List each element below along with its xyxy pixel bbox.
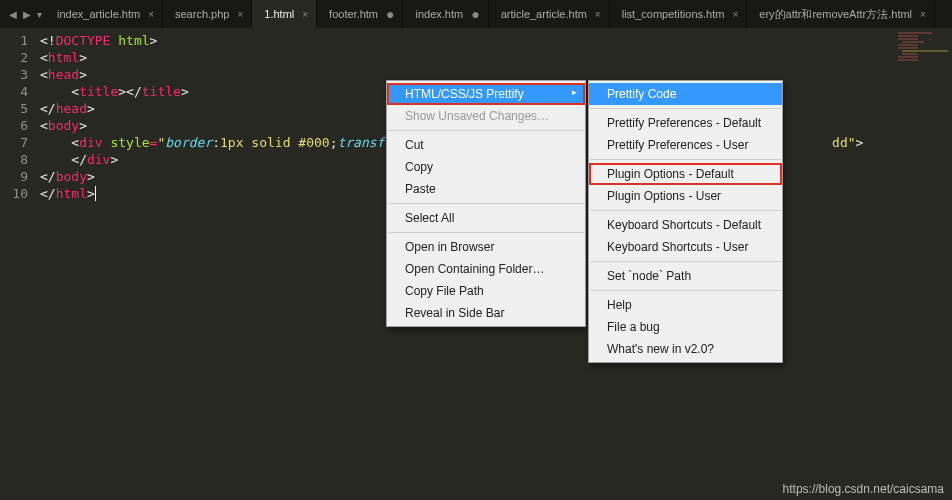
- menu-item-open-in-browser[interactable]: Open in Browser: [387, 236, 585, 258]
- menu-separator: [388, 130, 584, 131]
- menu-item-plugin-options-default[interactable]: Plugin Options - Default: [589, 163, 782, 185]
- tab-list-competitions-htm[interactable]: list_competitions.htm×: [610, 0, 748, 28]
- menu-separator: [590, 290, 781, 291]
- menu-item-plugin-options-user[interactable]: Plugin Options - User: [589, 185, 782, 207]
- menu-separator: [590, 261, 781, 262]
- nav-back-icon[interactable]: ◀: [6, 7, 20, 22]
- menu-item-keyboard-shortcuts-user[interactable]: Keyboard Shortcuts - User: [589, 236, 782, 258]
- tab-label: article_article.htm: [501, 8, 587, 20]
- menu-separator: [590, 159, 781, 160]
- tab-label: index.htm: [415, 8, 463, 20]
- menu-item-set-node-path[interactable]: Set `node` Path: [589, 265, 782, 287]
- menu-item-copy[interactable]: Copy: [387, 156, 585, 178]
- menu-separator: [388, 232, 584, 233]
- close-icon[interactable]: ×: [732, 9, 738, 20]
- menu-item-file-a-bug[interactable]: File a bug: [589, 316, 782, 338]
- tab-article-article-htm[interactable]: article_article.htm×: [489, 0, 610, 28]
- menu-item-what-s-new-in-v2-0[interactable]: What's new in v2.0?: [589, 338, 782, 360]
- menu-item-paste[interactable]: Paste: [387, 178, 585, 200]
- menu-item-show-unsaved-changes: Show Unsaved Changes…: [387, 105, 585, 127]
- menu-separator: [590, 210, 781, 211]
- tab-search-php[interactable]: search.php×: [163, 0, 252, 28]
- close-icon[interactable]: ×: [920, 9, 926, 20]
- nav-forward-icon[interactable]: ▶: [20, 7, 34, 22]
- tab-label: footer.htm: [329, 8, 378, 20]
- tab-index-article-htm[interactable]: index_article.htm×: [45, 0, 163, 28]
- menu-item-help[interactable]: Help: [589, 294, 782, 316]
- menu-item-reveal-in-side-bar[interactable]: Reveal in Side Bar: [387, 302, 585, 324]
- tab-label: index_article.htm: [57, 8, 140, 20]
- menu-item-open-containing-folder[interactable]: Open Containing Folder…: [387, 258, 585, 280]
- close-icon[interactable]: ×: [237, 9, 243, 20]
- tab-index-htm[interactable]: index.htm●: [403, 0, 488, 28]
- tab-ery-attr-removeattr---html[interactable]: ery的attr和removeAttr方法.html×: [747, 0, 935, 28]
- close-icon[interactable]: ×: [595, 9, 601, 20]
- nav-dropdown-icon[interactable]: ▾: [34, 7, 45, 22]
- tab-label: list_competitions.htm: [622, 8, 725, 20]
- tab-label: search.php: [175, 8, 229, 20]
- watermark: https://blog.csdn.net/caicsama: [783, 482, 944, 496]
- line-gutter: 12345678910: [0, 28, 38, 500]
- tab-label: ery的attr和removeAttr方法.html: [759, 7, 912, 22]
- menu-item-select-all[interactable]: Select All: [387, 207, 585, 229]
- tab-footer-htm[interactable]: footer.htm●: [317, 0, 403, 28]
- menu-item-prettify-code[interactable]: Prettify Code: [589, 83, 782, 105]
- menu-separator: [388, 203, 584, 204]
- menu-separator: [590, 108, 781, 109]
- tab-bar: ◀ ▶ ▾ index_article.htm×search.php×1.htm…: [0, 0, 952, 28]
- close-icon[interactable]: ×: [148, 9, 154, 20]
- menu-item-prettify-preferences-user[interactable]: Prettify Preferences - User: [589, 134, 782, 156]
- menu-item-keyboard-shortcuts-default[interactable]: Keyboard Shortcuts - Default: [589, 214, 782, 236]
- close-icon[interactable]: ×: [302, 9, 308, 20]
- context-submenu: Prettify CodePrettify Preferences - Defa…: [588, 80, 783, 363]
- tab-1-html[interactable]: 1.html×: [252, 0, 317, 28]
- minimap[interactable]: [892, 28, 952, 500]
- tab-label: 1.html: [264, 8, 294, 20]
- menu-item-html-css-js-prettify[interactable]: HTML/CSS/JS Prettify: [387, 83, 585, 105]
- menu-item-copy-file-path[interactable]: Copy File Path: [387, 280, 585, 302]
- menu-item-cut[interactable]: Cut: [387, 134, 585, 156]
- context-menu: HTML/CSS/JS PrettifyShow Unsaved Changes…: [386, 80, 586, 327]
- menu-item-prettify-preferences-default[interactable]: Prettify Preferences - Default: [589, 112, 782, 134]
